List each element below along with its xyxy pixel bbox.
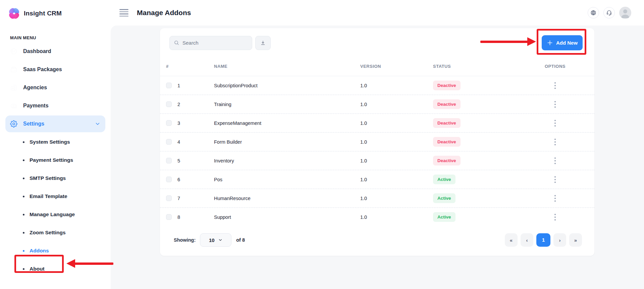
row-options-kebab-icon[interactable]	[551, 137, 559, 147]
column-header-version: VERSION	[360, 64, 433, 69]
sidebar-item-payments[interactable]: Payments	[5, 97, 105, 115]
brand-flower-logo-icon	[8, 7, 20, 20]
page-title: Manage Addons	[137, 9, 191, 17]
sidebar-item-saas-packages[interactable]: Saas Packages	[5, 60, 105, 79]
language-globe-button[interactable]	[588, 7, 599, 18]
sidebar-subitem-label: Email Template	[30, 193, 67, 199]
sidebar-section-label: MAIN MENU	[10, 35, 111, 40]
pagination-last-button[interactable]: »	[569, 233, 582, 247]
chevron-down-icon	[218, 238, 223, 242]
addon-name: Support	[214, 214, 360, 220]
headset-icon	[606, 10, 612, 16]
row-number: 1	[177, 83, 180, 88]
bullet-icon	[23, 268, 24, 270]
sidebar-subitem-label: System Settings	[30, 139, 70, 145]
sidebar-subitem-about[interactable]: About	[5, 260, 105, 278]
addon-name: HumanResource	[214, 196, 360, 201]
sidebar-item-label: Settings	[23, 121, 44, 127]
addon-version: 1.0	[360, 158, 433, 163]
table-row: 7 HumanResource 1.0 Active	[160, 189, 594, 207]
card-toolbar: Add New	[160, 28, 594, 56]
sidebar-item-agencies[interactable]: Agencies	[5, 79, 105, 97]
settings-submenu: System Settings Payment Settings SMTP Se…	[0, 133, 111, 278]
sidebar-item-settings[interactable]: Settings	[5, 115, 105, 132]
sidebar-subitem-system-settings[interactable]: System Settings	[5, 133, 105, 151]
hamburger-menu-icon[interactable]	[119, 9, 128, 16]
sidebar-subitem-smtp-settings[interactable]: SMTP Settings	[5, 169, 105, 187]
search-icon	[174, 40, 179, 46]
add-new-button[interactable]: Add New	[542, 35, 583, 50]
sidebar-nav: Dashboard Saas Packages Agencies Payment…	[0, 42, 111, 132]
row-options-kebab-icon[interactable]	[551, 155, 559, 166]
row-checkbox[interactable]	[166, 139, 172, 145]
chevron-down-icon	[95, 121, 101, 127]
dashboard-gauge-icon	[10, 48, 17, 55]
table-row: 8 Support 1.0 Active	[160, 207, 594, 226]
column-header-name: NAME	[214, 64, 360, 69]
addon-name: ExpenseManagement	[214, 121, 360, 126]
pagination-prev-button[interactable]: ‹	[521, 233, 533, 247]
sidebar-item-label: Saas Packages	[23, 66, 62, 73]
row-checkbox[interactable]	[166, 177, 172, 182]
pagination-next-button[interactable]: ›	[553, 233, 566, 247]
topbar-actions	[588, 7, 631, 19]
package-icon	[10, 66, 17, 73]
row-checkbox[interactable]	[166, 120, 172, 126]
table-row: 5 Inventory 1.0 Deactive	[160, 151, 594, 170]
brand-name: Insight CRM	[24, 10, 62, 17]
status-badge: Deactive	[433, 137, 461, 147]
card-footer: Showing: 10 of 8 « ‹ 1 › »	[160, 226, 594, 256]
search-input[interactable]	[182, 40, 239, 46]
row-options-kebab-icon[interactable]	[551, 99, 559, 110]
page-size-select[interactable]: 10	[200, 233, 231, 247]
search-box	[169, 36, 252, 50]
pagination-page-1-button[interactable]: 1	[536, 233, 550, 247]
pagination: « ‹ 1 › »	[505, 233, 582, 247]
addon-version: 1.0	[360, 83, 433, 88]
sidebar-subitem-payment-settings[interactable]: Payment Settings	[5, 151, 105, 169]
sidebar-subitem-email-template[interactable]: Email Template	[5, 187, 105, 205]
row-options-kebab-icon[interactable]	[551, 80, 559, 91]
row-checkbox[interactable]	[166, 101, 172, 107]
page-size-value: 10	[209, 237, 215, 243]
row-options-kebab-icon[interactable]	[551, 212, 559, 223]
row-checkbox[interactable]	[166, 158, 172, 163]
addon-version: 1.0	[360, 139, 433, 145]
row-checkbox[interactable]	[166, 214, 172, 220]
column-header-status: STATUS	[433, 64, 530, 69]
bullet-icon	[23, 178, 24, 179]
table-header-row: # NAME VERSION STATUS OPTIONS	[160, 56, 594, 76]
person-icon	[619, 7, 631, 19]
status-badge: Deactive	[433, 99, 461, 109]
sidebar-item-label: Agencies	[23, 85, 47, 91]
row-options-kebab-icon[interactable]	[551, 193, 559, 204]
row-options-kebab-icon[interactable]	[551, 174, 559, 185]
user-avatar[interactable]	[619, 7, 631, 19]
row-checkbox[interactable]	[166, 83, 172, 88]
addon-name: Pos	[214, 177, 360, 182]
of-total-label: of 8	[236, 237, 245, 243]
sidebar-item-dashboard[interactable]: Dashboard	[5, 42, 105, 60]
sidebar-subitem-label: Zoom Settings	[30, 230, 66, 236]
status-badge: Active	[433, 193, 455, 203]
sidebar-subitem-manage-language[interactable]: Manage Language	[5, 205, 105, 224]
row-checkbox[interactable]	[166, 195, 172, 201]
table-row: 6 Pos 1.0 Active	[160, 170, 594, 189]
export-button[interactable]	[255, 36, 271, 50]
addon-version: 1.0	[360, 214, 433, 220]
sidebar-subitem-zoom-settings[interactable]: Zoom Settings	[5, 224, 105, 242]
pagination-first-button[interactable]: «	[505, 233, 518, 247]
building-icon	[10, 84, 17, 91]
table-row: 1 SubscriptionProduct 1.0 Deactive	[160, 76, 594, 95]
sidebar: Insight CRM MAIN MENU Dashboard Saas Pac…	[0, 0, 111, 289]
addon-name: Inventory	[214, 158, 360, 163]
support-button[interactable]	[603, 7, 615, 18]
bullet-icon	[23, 141, 24, 143]
brand: Insight CRM	[0, 0, 111, 20]
row-options-kebab-icon[interactable]	[551, 118, 559, 129]
topbar: Manage Addons	[111, 0, 644, 26]
sidebar-subitem-label: SMTP Settings	[30, 175, 66, 181]
row-number: 3	[177, 121, 180, 126]
sidebar-subitem-addons[interactable]: Addons	[5, 242, 105, 260]
sidebar-subitem-label: Addons	[30, 248, 49, 254]
